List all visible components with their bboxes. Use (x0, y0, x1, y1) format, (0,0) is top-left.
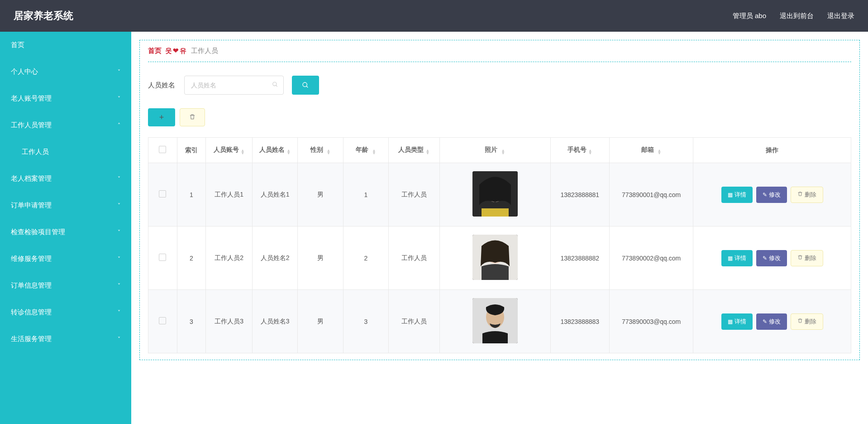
chevron-down-icon: ˅ (118, 176, 120, 182)
sidebar-item-label: 生活服务管理 (11, 335, 52, 343)
cell-index: 1 (177, 163, 206, 226)
chevron-down-icon: ˅ (118, 96, 120, 102)
breadcrumb-home[interactable]: 首页 (148, 47, 162, 55)
sidebar-item[interactable]: 订单信息管理˅ (0, 272, 131, 299)
table-header-row: 索引 人员账号▲▼ 人员姓名▲▼ 性别 ▲▼ 年龄 ▲▼ 人员类型▲▼ 照片 ▲… (148, 138, 851, 163)
detail-icon: ▦ (728, 192, 733, 198)
chevron-down-icon: ˅ (118, 309, 120, 316)
staff-table: 索引 人员账号▲▼ 人员姓名▲▼ 性别 ▲▼ 年龄 ▲▼ 人员类型▲▼ 照片 ▲… (148, 137, 851, 353)
cell-operations: ▦ 详情 ✎ 修改 删除 (693, 163, 851, 226)
sidebar-item-label: 维修服务管理 (11, 255, 52, 263)
th-operations: 操作 (693, 138, 851, 163)
search-input-icon (272, 82, 278, 89)
sidebar-item[interactable]: 维修服务管理˅ (0, 246, 131, 272)
cell-gender: 男 (298, 226, 343, 290)
sidebar-item-label: 工作人员管理 (11, 121, 52, 130)
sidebar-item-label: 订单申请管理 (11, 201, 52, 210)
svg-line-1 (276, 85, 277, 87)
sidebar-item-label: 个人中心 (11, 67, 38, 76)
edit-button[interactable]: ✎ 修改 (756, 250, 787, 266)
breadcrumb: 首页 웃❤유 工作人员 (148, 47, 851, 62)
th-email[interactable]: 邮箱 ▲▼ (610, 138, 693, 163)
th-age[interactable]: 年龄 ▲▼ (343, 138, 388, 163)
sidebar: 首页个人中心˅老人账号管理˅工作人员管理˄工作人员老人档案管理˅订单申请管理˅检… (0, 32, 131, 424)
row-checkbox[interactable] (159, 254, 166, 261)
cell-email: 773890001@qq.com (610, 163, 693, 226)
sidebar-sub-item[interactable]: 工作人员 (0, 139, 131, 165)
sidebar-item[interactable]: 首页 (0, 32, 131, 58)
sort-icon: ▲▼ (658, 149, 662, 154)
chevron-down-icon: ˅ (118, 336, 120, 342)
cell-photo (439, 226, 550, 290)
th-account[interactable]: 人员账号▲▼ (206, 138, 253, 163)
chevron-down-icon: ˅ (118, 283, 120, 289)
sidebar-item[interactable]: 个人中心˅ (0, 58, 131, 85)
trash-icon (797, 318, 803, 325)
sidebar-item[interactable]: 老人档案管理˅ (0, 165, 131, 192)
breadcrumb-separator: 웃❤유 (165, 47, 187, 55)
th-name[interactable]: 人员姓名▲▼ (253, 138, 298, 163)
sidebar-item[interactable]: 检查检验项目管理˅ (0, 219, 131, 246)
cell-type: 工作人员 (389, 163, 440, 226)
add-button[interactable]: + (148, 108, 175, 126)
table-row: 3 工作人员3 人员姓名3 男 3 工作人员 13823888883 77389… (148, 290, 851, 353)
cell-name: 人员姓名2 (253, 226, 298, 290)
delete-button[interactable]: 删除 (791, 250, 823, 266)
detail-button[interactable]: ▦ 详情 (721, 187, 753, 203)
select-all-checkbox[interactable] (159, 146, 166, 153)
to-front-link[interactable]: 退出到前台 (780, 12, 814, 20)
avatar (472, 298, 518, 343)
cell-phone: 13823888881 (550, 163, 610, 226)
sort-icon: ▲▼ (327, 149, 331, 154)
main-content: 首页 웃❤유 工作人员 人员姓名 + (131, 32, 868, 424)
sidebar-item[interactable]: 订单申请管理˅ (0, 192, 131, 219)
chevron-down-icon: ˅ (118, 229, 120, 236)
row-checkbox[interactable] (159, 190, 166, 198)
sidebar-item[interactable]: 老人账号管理˅ (0, 85, 131, 112)
cell-name: 人员姓名3 (253, 290, 298, 353)
detail-button[interactable]: ▦ 详情 (721, 313, 753, 330)
row-checkbox[interactable] (159, 317, 166, 324)
avatar (472, 171, 518, 217)
th-index[interactable]: 索引 (177, 138, 206, 163)
bulk-delete-button[interactable] (180, 108, 205, 126)
cell-photo (439, 163, 550, 226)
edit-icon: ✎ (763, 255, 767, 261)
search-row: 人员姓名 (148, 76, 851, 95)
edit-button[interactable]: ✎ 修改 (756, 187, 787, 203)
sort-icon: ▲▼ (241, 149, 245, 154)
th-gender[interactable]: 性别 ▲▼ (298, 138, 343, 163)
cell-age: 1 (343, 163, 388, 226)
plus-icon: + (159, 113, 164, 122)
th-photo[interactable]: 照片 ▲▼ (439, 138, 550, 163)
logout-link[interactable]: 退出登录 (827, 12, 854, 20)
svg-point-2 (303, 82, 307, 87)
admin-link[interactable]: 管理员 abo (733, 12, 766, 20)
detail-icon: ▦ (728, 255, 733, 261)
search-input-wrap (184, 76, 284, 95)
detail-button[interactable]: ▦ 详情 (721, 250, 753, 266)
th-phone[interactable]: 手机号▲▼ (550, 138, 610, 163)
cell-name: 人员姓名1 (253, 163, 298, 226)
sidebar-item[interactable]: 生活服务管理˅ (0, 326, 131, 352)
search-input[interactable] (184, 76, 284, 95)
th-type[interactable]: 人员类型▲▼ (389, 138, 440, 163)
table-row: 1 工作人员1 人员姓名1 男 1 工作人员 13823888881 77389… (148, 163, 851, 226)
cell-email: 773890003@qq.com (610, 290, 693, 353)
delete-button[interactable]: 删除 (791, 187, 823, 203)
delete-button[interactable]: 删除 (791, 313, 823, 330)
edit-button[interactable]: ✎ 修改 (756, 313, 787, 330)
cell-index: 2 (177, 226, 206, 290)
cell-photo (439, 290, 550, 353)
cell-operations: ▦ 详情 ✎ 修改 删除 (693, 290, 851, 353)
search-button[interactable] (292, 76, 319, 95)
app-title: 居家养老系统 (14, 9, 73, 23)
cell-index: 3 (177, 290, 206, 353)
sidebar-item[interactable]: 转诊信息管理˅ (0, 299, 131, 326)
search-label: 人员姓名 (148, 81, 175, 90)
cell-phone: 13823888882 (550, 226, 610, 290)
sidebar-item[interactable]: 工作人员管理˄ (0, 112, 131, 139)
cell-account: 工作人员2 (206, 226, 253, 290)
header-links: 管理员 abo 退出到前台 退出登录 (733, 12, 854, 20)
cell-gender: 男 (298, 163, 343, 226)
